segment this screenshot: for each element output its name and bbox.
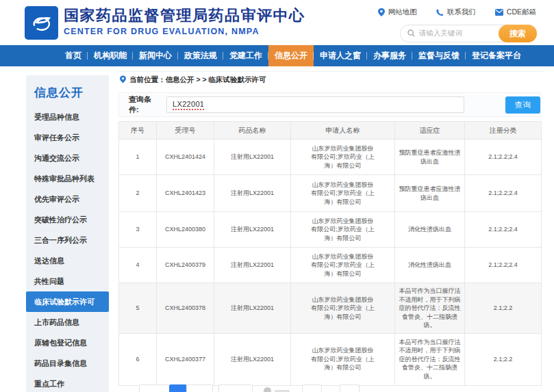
breadcrumb: 当前位置：信息公开 > > 临床试验默示许可 — [120, 75, 266, 85]
cell-receipt-no: CXHL2400379 — [157, 248, 214, 283]
cell-indication: 消化性溃疡出血 — [395, 212, 465, 248]
cell-drug-name: 注射用LX22001 — [214, 140, 291, 175]
mailbox-label: CDE邮箱 — [507, 8, 536, 17]
cell-reg-class: 2.1;2.2 — [465, 283, 542, 334]
cell-indication: 预防重症患者应激性溃疡出血 — [395, 175, 465, 212]
top-nav-item[interactable]: 办事服务 — [367, 45, 412, 66]
cell-no: 1 — [119, 140, 157, 175]
top-nav-item[interactable]: 首页 — [59, 45, 88, 66]
sidebar-item[interactable]: 原辅包登记信息 — [26, 332, 109, 353]
cell-no: 4 — [119, 248, 157, 283]
sidebar-item[interactable]: 药品目录集信息 — [26, 353, 109, 374]
sidebar-menu: 受理品种信息 审评任务公示 沟通交流公示 特殊审批品种列表 优先审评公示 突破性… — [26, 107, 109, 392]
sidebar-item[interactable]: 特殊审批品种列表 — [26, 168, 109, 189]
sidebar-item[interactable]: 临床试验默示许可 — [26, 291, 109, 312]
pagination-confirm-button[interactable] — [340, 384, 360, 392]
table-row: 3 CXHL2400380 注射用LX22001 山东罗欣药业集团股份有限公司;… — [119, 212, 542, 248]
search-button[interactable]: 搜索 — [499, 25, 537, 42]
col-header-applicant: 申请人名称 — [291, 122, 395, 140]
cell-indication: 本品可作为当口服疗法不适用时，用于下列病症的替代疗法：反流性食管炎、十二指肠溃疡… — [395, 283, 465, 334]
cell-indication: 本品可作为当口服疗法不适用时，用于下列病症的替代疗法：反流性食管炎、十二指肠溃疡… — [395, 333, 465, 385]
sidebar-item[interactable]: 优先审评公示 — [26, 189, 109, 209]
col-header-indication: 适应症 — [395, 122, 465, 140]
cde-website-page: 国家药品监督管理局药品审评中心 CENTER FOR DRUG EVALUATI… — [0, 0, 554, 392]
sidebar-item[interactable]: 突破性治疗公示 — [26, 209, 109, 230]
refresh-icon[interactable] — [264, 387, 271, 392]
site-header: 国家药品监督管理局药品审评中心 CENTER FOR DRUG EVALUATI… — [0, 0, 554, 45]
sidebar-item[interactable]: 重点工作 — [26, 374, 109, 392]
cell-reg-class: 2.1;2.2;2.4 — [465, 248, 542, 283]
top-nav-item[interactable]: 申请人之窗 — [314, 45, 367, 66]
pagination-next-button[interactable] — [186, 384, 213, 392]
sitemap-link[interactable]: 网站地图 — [378, 8, 417, 17]
top-nav-item[interactable]: 监督与反馈 — [412, 45, 466, 66]
mailbox-link[interactable]: CDE邮箱 — [495, 8, 536, 17]
col-header-regclass: 注册分类 — [465, 122, 542, 140]
map-pin-icon — [378, 8, 385, 16]
col-header-drug: 药品名称 — [214, 122, 291, 140]
cde-logo[interactable] — [25, 6, 58, 40]
query-input-value: LX22001 — [173, 100, 204, 110]
utility-links: 网站地图 联系我们 CDE邮箱 — [378, 8, 536, 17]
cell-receipt-no: CXHL2401423 — [157, 175, 214, 212]
query-button[interactable]: 查询 — [505, 96, 540, 114]
query-label: 查询条件: — [129, 94, 161, 115]
cell-applicant: 山东罗欣药业集团股份有限公司;罗欣药业（上海）有限公司 — [291, 248, 395, 283]
cde-swirl-icon — [29, 9, 55, 38]
sidebar-item[interactable]: 受理品种信息 — [26, 107, 109, 127]
top-nav-item[interactable]: 党建工作 — [223, 45, 268, 66]
cell-reg-class: 2.1;2.2;2.4 — [465, 212, 542, 248]
col-header-receipt: 受理号 — [157, 122, 214, 140]
main-content: 当前位置：信息公开 > > 临床试验默示许可 查询条件: LX22001 查询 … — [118, 66, 544, 392]
cell-indication: 消化性溃疡出血 — [395, 248, 465, 283]
sidebar-title: 信息公开 — [26, 75, 109, 107]
sitemap-label: 网站地图 — [388, 8, 417, 17]
cell-no: 6 — [119, 333, 157, 385]
pagination-page-1-button[interactable] — [169, 384, 187, 392]
table-row: 4 CXHL2400379 注射用LX22001 山东罗欣药业集团股份有限公司;… — [119, 248, 542, 283]
top-nav-item[interactable]: 机构职能 — [88, 45, 133, 66]
cell-drug-name: 注射用LX22001 — [214, 212, 291, 248]
pagination-jump-input[interactable] — [302, 384, 322, 392]
top-nav-item[interactable]: 政策法规 — [178, 45, 223, 66]
search-placeholder: 请输入关键词 — [419, 29, 499, 38]
location-pin-icon — [120, 75, 126, 85]
cell-no: 2 — [119, 175, 157, 212]
query-input[interactable]: LX22001 — [166, 96, 464, 113]
top-nav-item[interactable]: 登记备案平台 — [466, 45, 527, 66]
cell-reg-class: 2.1;2.2;2.4 — [465, 175, 542, 212]
cell-receipt-no: CXHL2401424 — [157, 140, 214, 175]
cell-drug-name: 注射用LX22001 — [214, 333, 291, 385]
cell-receipt-no: CXHL2400377 — [157, 333, 214, 385]
top-nav-item[interactable]: 新闻中心 — [133, 45, 178, 66]
mail-icon — [495, 9, 503, 16]
sidebar-item[interactable]: 送达信息 — [26, 250, 109, 271]
table-row: 5 CXHL2400378 注射用LX22001 山东罗欣药业集团股份有限公司;… — [119, 283, 542, 334]
sidebar-item[interactable]: 上市药品信息 — [26, 312, 109, 332]
sidebar: 信息公开 受理品种信息 审评任务公示 沟通交流公示 特殊审批品种列表 优先审评公… — [26, 75, 109, 392]
query-panel: 查询条件: LX22001 查询 — [118, 92, 541, 117]
sidebar-item[interactable]: 三合一序列公示 — [26, 230, 109, 250]
cell-applicant: 山东罗欣药业集团股份有限公司;罗欣药业（上海）有限公司 — [291, 212, 395, 248]
cell-no: 5 — [119, 283, 157, 334]
pagination-prev-button[interactable] — [139, 384, 170, 392]
table-header-row: 序号 受理号 药品名称 申请人名称 适应症 注册分类 — [119, 122, 542, 140]
pagination — [139, 384, 360, 392]
phone-icon — [436, 9, 444, 16]
results-table: 序号 受理号 药品名称 申请人名称 适应症 注册分类 1 CXHL2401424… — [118, 121, 542, 386]
pagination-button[interactable] — [218, 384, 253, 392]
cell-reg-class: 2.1;2.2;2.4 — [465, 140, 542, 175]
header-search[interactable]: 请输入关键词 搜索 — [400, 25, 537, 42]
pagination-info-text — [275, 390, 290, 392]
sidebar-item[interactable]: 沟通交流公示 — [26, 148, 109, 168]
site-title: 国家药品监督管理局药品审评中心 — [64, 7, 305, 25]
sidebar-item[interactable]: 共性问题 — [26, 271, 109, 291]
cell-indication: 预防重症患者应激性溃疡出血 — [395, 140, 465, 175]
cell-applicant: 山东罗欣药业集团股份有限公司;罗欣药业（上海）有限公司 — [291, 175, 395, 212]
contact-link[interactable]: 联系我们 — [436, 8, 476, 17]
cell-receipt-no: CXHL2400380 — [157, 212, 214, 248]
table-row: 6 CXHL2400377 注射用LX22001 山东罗欣药业集团股份有限公司;… — [119, 333, 542, 385]
sidebar-item[interactable]: 审评任务公示 — [26, 127, 109, 148]
site-subtitle: CENTER FOR DRUG EVALUATION, NMPA — [64, 27, 305, 36]
top-nav-item[interactable]: 信息公开 — [268, 45, 314, 66]
